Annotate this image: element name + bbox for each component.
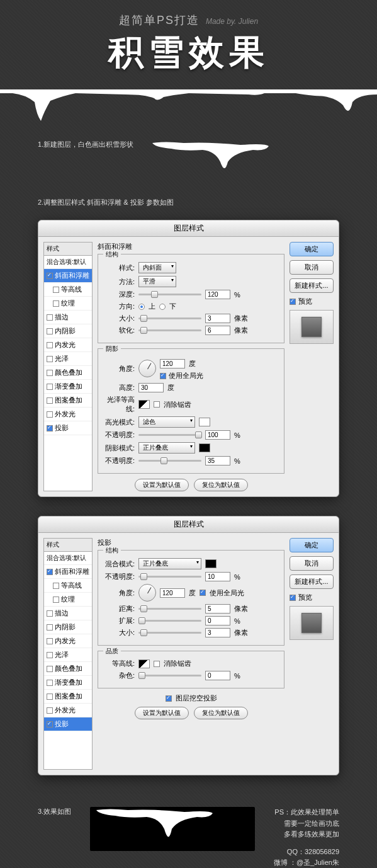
angle-input[interactable]: 120 (160, 588, 185, 598)
checkbox-icon[interactable] (47, 569, 53, 575)
preview-checkbox[interactable] (290, 595, 296, 601)
size-slider[interactable] (138, 632, 201, 634)
size-input[interactable]: 3 (205, 314, 230, 323)
checkbox-icon[interactable] (47, 384, 53, 390)
checkbox-icon[interactable] (47, 680, 53, 686)
style-innershadow-row[interactable]: 内阴影 (44, 620, 92, 634)
style-outerglow-row[interactable]: 外发光 (44, 408, 92, 421)
contour-picker[interactable] (138, 660, 150, 668)
style-dropshadow-row[interactable]: 投影 (44, 717, 92, 731)
style-innerglow-row[interactable]: 内发光 (44, 338, 92, 352)
style-innershadow-row[interactable]: 内阴影 (44, 324, 92, 338)
style-satin-row[interactable]: 光泽 (44, 648, 92, 662)
method-select[interactable]: 平滑 (138, 276, 176, 287)
shadow-color[interactable] (199, 443, 210, 452)
checkbox-icon[interactable] (47, 314, 53, 321)
reset-default-button[interactable]: 复位为默认值 (194, 707, 248, 719)
checkbox-icon[interactable] (47, 707, 53, 714)
style-stroke-row[interactable]: 描边 (44, 607, 92, 620)
depth-input[interactable]: 120 (205, 290, 230, 299)
checkbox-icon[interactable] (47, 694, 53, 700)
opacity-slider[interactable] (138, 576, 201, 578)
style-patoverlay-row[interactable]: 图案叠加 (44, 394, 92, 408)
shadow-opacity-slider[interactable] (138, 460, 201, 462)
soft-input[interactable]: 6 (205, 326, 230, 335)
checkbox-icon[interactable] (47, 624, 53, 631)
checkbox-icon[interactable] (47, 328, 53, 334)
dir-up-radio[interactable] (138, 304, 145, 310)
blend-options-row[interactable]: 混合选项:默认 (44, 552, 92, 565)
style-select[interactable]: 内斜面 (138, 262, 176, 273)
style-bevel-row[interactable]: 斜面和浮雕 (44, 269, 92, 283)
style-bevel-row[interactable]: 斜面和浮雕 (44, 565, 92, 579)
cancel-button[interactable]: 取消 (290, 260, 334, 275)
new-style-button[interactable]: 新建样式... (290, 574, 334, 589)
shadow-mode-select[interactable]: 正片叠底 (138, 442, 195, 454)
style-coloroverlay-row[interactable]: 颜色叠加 (44, 662, 92, 676)
contour-picker[interactable] (138, 400, 150, 409)
shadow-opacity-input[interactable]: 35 (205, 456, 230, 465)
style-gradoverlay-row[interactable]: 渐变叠加 (44, 676, 92, 690)
highlight-color[interactable] (199, 418, 210, 426)
global-light-checkbox[interactable] (160, 373, 166, 379)
angle-dial[interactable] (138, 584, 156, 602)
set-default-button[interactable]: 设置为默认值 (135, 707, 189, 719)
distance-input[interactable]: 5 (205, 604, 230, 614)
checkbox-icon[interactable] (47, 721, 53, 728)
style-contour-row[interactable]: 等高线 (44, 283, 92, 297)
style-outerglow-row[interactable]: 外发光 (44, 704, 92, 717)
soft-slider[interactable] (138, 329, 201, 331)
style-dropshadow-row[interactable]: 投影 (44, 421, 92, 435)
highlight-opacity-slider[interactable] (138, 434, 201, 436)
style-coloroverlay-row[interactable]: 颜色叠加 (44, 366, 92, 380)
checkbox-icon[interactable] (47, 610, 53, 617)
opacity-input[interactable]: 10 (205, 572, 230, 581)
preview-checkbox[interactable] (290, 299, 296, 305)
checkbox-icon[interactable] (47, 356, 53, 362)
depth-slider[interactable] (138, 294, 201, 295)
style-contour-row[interactable]: 等高线 (44, 579, 92, 593)
checkbox-icon[interactable] (53, 583, 59, 589)
noise-input[interactable]: 0 (205, 671, 230, 680)
dir-down-radio[interactable] (159, 304, 166, 310)
style-stroke-row[interactable]: 描边 (44, 311, 92, 324)
checkbox-icon[interactable] (47, 342, 53, 348)
knockout-checkbox[interactable] (166, 695, 172, 702)
global-light-checkbox[interactable] (200, 590, 206, 596)
style-patoverlay-row[interactable]: 图案叠加 (44, 690, 92, 704)
highlight-mode-select[interactable]: 滤色 (138, 416, 195, 428)
style-texture-row[interactable]: 纹理 (44, 297, 92, 311)
set-default-button[interactable]: 设置为默认值 (135, 479, 189, 491)
angle-dial[interactable] (138, 360, 156, 377)
highlight-opacity-input[interactable]: 100 (205, 430, 230, 440)
angle-input[interactable]: 120 (160, 359, 185, 368)
new-style-button[interactable]: 新建样式... (290, 278, 334, 293)
checkbox-icon[interactable] (47, 411, 53, 418)
distance-slider[interactable] (138, 608, 201, 610)
blend-mode-select[interactable]: 正片叠底 (138, 558, 201, 569)
reset-default-button[interactable]: 复位为默认值 (194, 479, 248, 491)
style-satin-row[interactable]: 光泽 (44, 352, 92, 366)
size-slider[interactable] (138, 317, 201, 319)
shadow-color-swatch[interactable] (205, 559, 217, 568)
spread-slider[interactable] (138, 620, 201, 622)
style-texture-row[interactable]: 纹理 (44, 593, 92, 607)
cancel-button[interactable]: 取消 (290, 556, 334, 571)
antialias-checkbox[interactable] (154, 661, 160, 667)
noise-slider[interactable] (138, 675, 201, 677)
checkbox-icon[interactable] (47, 425, 53, 431)
ok-button[interactable]: 确定 (290, 538, 334, 552)
ok-button[interactable]: 确定 (290, 242, 334, 256)
style-gradoverlay-row[interactable]: 渐变叠加 (44, 380, 92, 394)
checkbox-icon[interactable] (47, 397, 53, 404)
checkbox-icon[interactable] (47, 652, 53, 658)
checkbox-icon[interactable] (53, 300, 59, 307)
checkbox-icon[interactable] (53, 287, 59, 293)
checkbox-icon[interactable] (47, 666, 53, 672)
checkbox-icon[interactable] (47, 273, 53, 279)
antialias-checkbox[interactable] (154, 401, 160, 408)
blend-options-row[interactable]: 混合选项:默认 (44, 256, 92, 269)
checkbox-icon[interactable] (47, 370, 53, 376)
style-innerglow-row[interactable]: 内发光 (44, 634, 92, 648)
size-input[interactable]: 3 (205, 628, 230, 637)
